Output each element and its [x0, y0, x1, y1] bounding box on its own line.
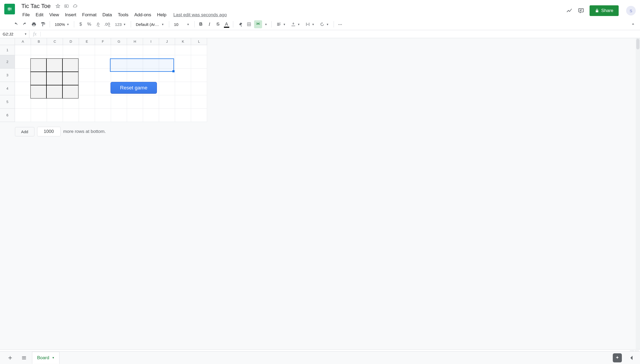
formula-input[interactable]: [41, 30, 640, 38]
sheet-tab-board[interactable]: Board ▼: [32, 352, 60, 364]
col-header-h[interactable]: H: [127, 38, 143, 45]
move-icon[interactable]: [64, 4, 69, 9]
ttt-cell-3[interactable]: [62, 58, 78, 72]
ttt-cell-4[interactable]: [30, 72, 46, 85]
menu-view[interactable]: View: [47, 11, 62, 19]
menu-icon: [21, 355, 27, 361]
select-all-corner[interactable]: [0, 38, 15, 45]
add-sheet-button[interactable]: [4, 352, 16, 364]
zoom-value: 100%: [55, 22, 65, 27]
col-header-l[interactable]: L: [191, 38, 207, 45]
name-box[interactable]: G2:J2 ▼: [0, 30, 29, 38]
sheets-logo[interactable]: [4, 4, 15, 14]
row-header-1[interactable]: 1: [0, 45, 15, 55]
vertical-scrollbar[interactable]: [636, 38, 640, 354]
add-rows-label: Add: [21, 129, 28, 134]
col-header-f[interactable]: F: [95, 38, 111, 45]
currency-button[interactable]: $: [77, 20, 84, 28]
grid-area: A B C D E F G H I J K L 1 2 3 4 5 6: [0, 38, 640, 354]
increase-decimal-button[interactable]: .00̲: [102, 20, 112, 28]
toolbar: 100%▼ $ % .0̲ .00̲ 123▼ Default (Ari…▼ 1…: [0, 19, 640, 30]
ttt-cell-2[interactable]: [46, 58, 62, 72]
number-format-dropdown[interactable]: 123▼: [113, 21, 128, 28]
bold-button[interactable]: B: [197, 20, 205, 28]
reset-game-button[interactable]: Reset game: [110, 82, 157, 94]
menu-data[interactable]: Data: [100, 11, 115, 19]
cell-selection: [110, 58, 174, 72]
text-color-button[interactable]: A: [223, 20, 230, 28]
print-button[interactable]: [30, 20, 38, 28]
col-header-i[interactable]: I: [143, 38, 159, 45]
merge-dropdown[interactable]: ▼: [263, 20, 269, 28]
row-header-5[interactable]: 5: [0, 95, 15, 109]
font-dropdown[interactable]: Default (Ari…▼: [134, 21, 166, 28]
borders-button[interactable]: [245, 20, 253, 28]
last-edit-link[interactable]: Last edit was seconds ago: [173, 12, 227, 18]
fill-color-button[interactable]: [236, 20, 244, 28]
italic-button[interactable]: I: [206, 20, 213, 28]
tic-tac-toe-board: [30, 58, 78, 98]
dollar-icon: $: [80, 22, 82, 27]
activity-icon[interactable]: [566, 7, 572, 14]
share-button[interactable]: Share: [590, 5, 619, 16]
ttt-cell-5[interactable]: [46, 72, 62, 85]
ttt-cell-1[interactable]: [30, 58, 46, 72]
align-dropdown[interactable]: ▼: [274, 21, 288, 28]
explore-button[interactable]: [613, 353, 622, 362]
row-header-3[interactable]: 3: [0, 69, 15, 82]
menu-tools[interactable]: Tools: [115, 11, 131, 19]
add-rows-button[interactable]: Add: [15, 127, 34, 136]
col-header-b[interactable]: B: [31, 38, 47, 45]
valign-dropdown[interactable]: ▼: [289, 21, 302, 28]
side-panel-toggle[interactable]: [627, 354, 636, 362]
caret-icon: ▼: [66, 23, 69, 26]
merge-cells-button[interactable]: [254, 20, 262, 28]
ttt-cell-8[interactable]: [46, 85, 62, 98]
menu-help[interactable]: Help: [155, 11, 169, 19]
wrap-dropdown[interactable]: ▼: [303, 21, 317, 28]
more-toolbar-button[interactable]: ⋯: [337, 20, 344, 28]
row-header-4[interactable]: 4: [0, 82, 15, 95]
rotate-dropdown[interactable]: ▼: [318, 21, 331, 28]
percent-button[interactable]: %: [85, 20, 93, 28]
ttt-cell-7[interactable]: [30, 85, 46, 98]
add-rows-input[interactable]: [37, 127, 61, 136]
chevron-up-icon: [630, 21, 636, 27]
paint-format-button[interactable]: [39, 20, 47, 28]
menu-bar: File Edit View Insert Format Data Tools …: [18, 10, 563, 19]
col-header-j[interactable]: J: [159, 38, 175, 45]
col-header-a[interactable]: A: [15, 38, 31, 45]
undo-button[interactable]: [12, 20, 20, 28]
doc-title[interactable]: Tic Tac Toe: [20, 2, 52, 10]
all-sheets-button[interactable]: [18, 352, 30, 364]
col-header-c[interactable]: C: [47, 38, 63, 45]
menu-addons[interactable]: Add-ons: [132, 11, 154, 19]
zoom-dropdown[interactable]: 100%▼: [53, 21, 71, 28]
col-header-e[interactable]: E: [79, 38, 95, 45]
menu-format[interactable]: Format: [80, 11, 99, 19]
vscroll-thumb[interactable]: [636, 39, 639, 49]
user-avatar[interactable]: S: [626, 6, 636, 15]
star-icon[interactable]: [56, 4, 60, 9]
collapse-toolbar-button[interactable]: [630, 21, 636, 27]
selection-fill-handle[interactable]: [172, 70, 175, 72]
separator: [74, 21, 74, 27]
col-header-g[interactable]: G: [111, 38, 127, 45]
strikethrough-button[interactable]: S: [214, 20, 222, 28]
col-header-k[interactable]: K: [175, 38, 191, 45]
row-header-2[interactable]: 2: [0, 55, 15, 69]
menu-edit[interactable]: Edit: [33, 11, 46, 19]
redo-button[interactable]: [21, 20, 29, 28]
comments-icon[interactable]: [578, 7, 584, 14]
name-box-value: G2:J2: [3, 32, 13, 36]
cloud-icon[interactable]: [73, 4, 77, 9]
col-header-d[interactable]: D: [63, 38, 79, 45]
row-header-6[interactable]: 6: [0, 109, 15, 122]
fx-label: fx: [29, 31, 40, 37]
menu-insert[interactable]: Insert: [62, 11, 79, 19]
decrease-decimal-button[interactable]: .0̲: [94, 20, 101, 28]
ttt-cell-9[interactable]: [62, 85, 78, 98]
menu-file[interactable]: File: [20, 11, 32, 19]
ttt-cell-6[interactable]: [62, 72, 78, 85]
font-size-dropdown[interactable]: 10▼: [172, 21, 192, 28]
